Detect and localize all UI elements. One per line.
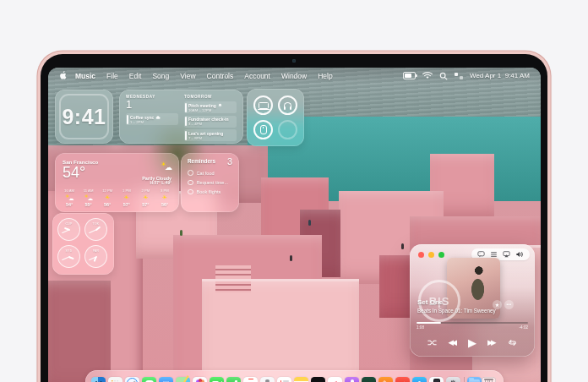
dock-app-podcasts[interactable] <box>345 377 359 382</box>
person-figure <box>308 220 311 226</box>
dock-app-reminders[interactable] <box>277 377 291 382</box>
calendar-event[interactable]: Fundraiser check-in 3 – 4PM <box>184 116 237 128</box>
control-center-icon[interactable] <box>455 73 463 79</box>
ipad-screen: Music File Edit Song View Controls Accou… <box>48 68 541 382</box>
hourly-entry: 10 AM54° <box>63 188 76 207</box>
battery-ring-headphones <box>278 96 297 115</box>
reminder-row: Book flights <box>188 189 232 195</box>
dock-app-calculator[interactable] <box>108 377 122 382</box>
dock-app-appstore[interactable]: A <box>412 377 427 382</box>
queue-icon[interactable] <box>490 251 498 258</box>
apple-logo-icon[interactable] <box>59 71 67 80</box>
dock-app-settings[interactable] <box>446 377 460 382</box>
dock-trash[interactable] <box>482 377 496 382</box>
more-options-button[interactable] <box>504 300 514 309</box>
reminder-checkbox[interactable] <box>188 180 193 186</box>
dock-apps: 1tvA <box>91 377 460 382</box>
calendar-tomorrow-column: TOMORROW Pitch meeting 10AM – 12PM Fundr… <box>184 95 237 139</box>
menu-bar-datetime[interactable]: Wed Apr 1 9:41 AM <box>470 72 530 79</box>
menu-item-edit[interactable]: Edit <box>129 72 142 80</box>
city-label: CUP <box>58 222 79 226</box>
menu-item-file[interactable]: File <box>106 72 118 80</box>
window-controls <box>418 252 444 258</box>
reminder-checkbox[interactable] <box>188 170 193 176</box>
reminder-text: Book flights <box>197 189 221 194</box>
close-window-button[interactable] <box>418 252 424 258</box>
dock-app-notes[interactable] <box>294 377 308 382</box>
dock-app-rocket-app[interactable] <box>395 377 410 382</box>
menu-item-music[interactable]: Music <box>75 72 95 80</box>
weather-high-low: H:57° L:49° <box>142 181 172 185</box>
search-icon[interactable] <box>439 72 448 80</box>
dock-app-calendar[interactable]: 1 <box>243 377 258 382</box>
dock-app-messages[interactable] <box>142 377 156 382</box>
calendar-event[interactable]: Coffee sync 1 – 2PM <box>126 113 178 125</box>
play-button[interactable] <box>468 336 476 349</box>
widget-world-clock[interactable]: CUP TOK SYD PAR <box>52 213 114 275</box>
dock-app-facetime[interactable] <box>210 377 224 382</box>
zoom-window-button[interactable] <box>438 252 444 258</box>
dock-app-safari[interactable] <box>125 377 139 382</box>
reminder-row: Cat food <box>188 170 232 176</box>
dock-app-draw-app[interactable] <box>378 377 393 382</box>
svg-text:”: ” <box>479 253 481 256</box>
wifi-icon[interactable] <box>422 72 433 79</box>
widget-batteries[interactable] <box>247 89 304 146</box>
shuffle-button[interactable] <box>427 339 437 347</box>
dock-app-green-app[interactable] <box>362 377 376 382</box>
hour-label: 11 AM <box>84 188 94 193</box>
calendar-day-label: WEDNESDAY <box>126 95 178 99</box>
widget-weather[interactable]: San Francisco 54° Partly Cloudy H:57° L:… <box>55 153 179 212</box>
hour-label: 1 PM <box>122 188 131 193</box>
menu-item-song[interactable]: Song <box>152 72 169 80</box>
repeat-button[interactable] <box>508 339 517 347</box>
widget-clock[interactable]: 9:41 <box>55 90 113 144</box>
widget-calendar[interactable]: WEDNESDAY 1 Coffee sync 1 – 2PM TOMORROW… <box>119 90 243 144</box>
menu-item-account[interactable]: Account <box>244 72 270 80</box>
dock-app-music[interactable] <box>328 377 342 382</box>
transport-controls <box>410 332 535 352</box>
battery-icon[interactable] <box>403 72 416 79</box>
dock-app-device-app[interactable] <box>429 377 444 382</box>
dock-app-finder[interactable] <box>91 377 106 382</box>
volume-icon[interactable] <box>515 251 524 258</box>
weather-temperature: 54° <box>63 165 98 181</box>
next-button[interactable] <box>487 338 497 347</box>
music-player-window[interactable]: ” B|S Set One Beats In Space 01: Tim Swe… <box>410 244 535 357</box>
analog-clock: TOK <box>84 218 107 241</box>
reminders-count: 3 <box>227 158 232 166</box>
analog-clock: CUP <box>57 218 80 241</box>
app-menus: Music File Edit Song View Controls Accou… <box>75 72 333 80</box>
dock-app-phone[interactable] <box>226 377 241 382</box>
airplay-icon[interactable] <box>503 251 510 258</box>
partly-cloudy-icon <box>84 194 92 201</box>
hourly-entry: 12 PM56° <box>101 188 114 207</box>
dock-app-mail[interactable] <box>159 377 173 382</box>
previous-button[interactable] <box>448 338 457 347</box>
battery-ring-laptop <box>253 96 273 115</box>
favorite-button[interactable] <box>493 300 502 309</box>
calendar-event[interactable]: Pitch meeting 10AM – 12PM <box>184 101 237 113</box>
calendar-event[interactable]: Lea's art opening 7 – 8PM <box>184 129 237 141</box>
elapsed-time: 1:08 <box>416 325 424 330</box>
menu-item-help[interactable]: Help <box>318 72 332 80</box>
city-label: TOK <box>85 222 106 226</box>
progress-bar[interactable] <box>416 322 528 324</box>
event-time: 1 – 2PM <box>130 120 176 124</box>
menu-item-view[interactable]: View <box>180 72 195 80</box>
lyrics-icon[interactable]: ” <box>477 251 485 258</box>
dock-app-tv[interactable]: tv <box>311 377 325 382</box>
dock-app-contacts[interactable] <box>260 377 275 382</box>
hour-label: 3 PM <box>161 188 169 193</box>
dock-app-photos[interactable] <box>193 377 207 382</box>
minimize-window-button[interactable] <box>428 252 434 258</box>
menu-item-controls[interactable]: Controls <box>207 72 234 80</box>
dock-folder-downloads[interactable] <box>467 377 482 382</box>
widget-reminders[interactable]: Reminders 3 Cat food Request time... Boo… <box>181 153 239 212</box>
menu-item-window[interactable]: Window <box>281 72 307 80</box>
reminder-checkbox[interactable] <box>188 189 193 195</box>
dock-app-maps[interactable] <box>176 377 190 382</box>
hourly-entry: 11 AM55° <box>82 188 95 207</box>
mouse-icon <box>260 125 267 134</box>
partly-cloudy-icon <box>161 161 172 171</box>
